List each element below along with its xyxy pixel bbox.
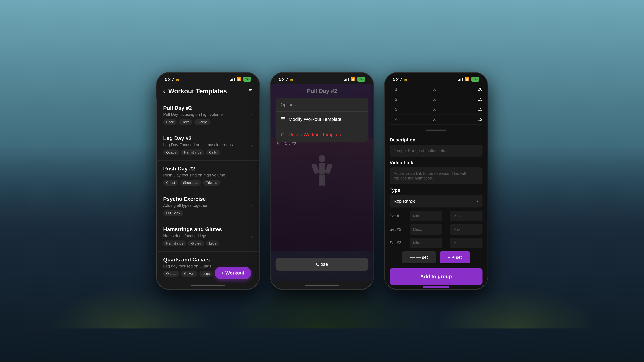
workout-item-push-day-2[interactable]: Push Day #2 Push Day focusing on high vo… [156,161,260,191]
svg-rect-9 [325,163,333,174]
description-label: Description [390,137,482,143]
home-indicator-2 [270,281,374,290]
home-bar-2 [305,285,339,286]
set-number-1: 1 [390,87,403,92]
signal-bars-3 [458,77,463,81]
set-3-min-input[interactable]: Min... [410,238,442,248]
remove-set-label: — set [416,255,428,260]
options-sheet: Options × Modify Workout Template [276,98,368,142]
svg-rect-11 [322,174,325,186]
workout-tags-1: Quads Hamstrings Calfs [163,149,248,155]
chevron-right-icon-3: › [251,203,253,209]
workout-item-leg-day-2[interactable]: Leg Day #2 Leg Day Focused on all muscle… [156,130,260,161]
svg-rect-10 [319,174,322,186]
scroll-indicator [390,128,482,134]
set-value-3: 15 [466,107,482,112]
set-1-min-input[interactable]: Min... [410,211,442,221]
workout-item-hamstrings-glutes[interactable]: Hamstrings and Glutes Hamstrings focused… [156,221,260,252]
status-time-1: 9:47 🔒 [165,77,179,82]
set-controls: — — set + + set [390,251,482,263]
tag: Hamstrings [181,149,204,155]
phone-exercise-detail: 9:47 🔒 📶 55+ 1 X 20 2 [384,72,488,290]
signal-bars-2 [344,77,349,81]
set-3-max-input[interactable]: Max... [450,238,482,248]
workout-item-pull-day-2[interactable]: Pull Day #2 Pull Day focusing on high vo… [156,100,260,130]
set-1-max-input[interactable]: Max... [450,211,482,221]
status-time-2: 9:47 🔒 [279,77,293,82]
type-select[interactable]: Rep Range ▾ [390,195,482,207]
modify-icon [280,116,285,122]
set-1-colon: : [446,214,447,218]
set-2-max-input[interactable]: Max... [450,224,482,235]
workout-subtitle-2: Push Day focusing on high volume [163,173,248,177]
svg-rect-8 [311,163,320,174]
remove-set-button[interactable]: — — set [402,251,436,263]
phone-options-modal: 9:47 🔒 📶 55+ Pull Day #2 Options [270,72,374,290]
add-set-label: + set [452,255,462,260]
exercise-detail-panel: 1 X 20 2 X 15 3 X 15 4 X 12 [384,84,488,285]
workout-title-0: Pull Day #2 [163,105,248,111]
workout-title-4: Hamstrings and Glutes [163,226,248,232]
set-2-colon: : [446,227,447,232]
close-sheet: Close [276,258,368,271]
tag: Quads [163,149,179,155]
workout-subtitle-1: Leg Day Focused on all muscle groups [163,142,248,147]
modal-overlay: Pull Day #2 Options × Modify [270,84,374,281]
video-link-input[interactable]: Add a video link to the exercise. This w… [390,167,482,184]
tag: Delts [178,119,192,125]
filter-icon-1[interactable] [248,88,253,94]
modify-template-option[interactable]: Modify Workout Template [276,112,368,127]
delete-template-option[interactable]: 🗑 Delete Workout Template [276,127,368,142]
tag: Back [163,119,176,125]
status-icons-3: 📶 55+ [458,77,479,82]
status-icons-2: 📶 55+ [344,77,365,82]
workout-subtitle-0: Pull Day focusing on high volume [163,112,248,117]
phone-workout-list: 9:47 🔒 📶 55+ ‹ Workout Templates [156,72,260,290]
workout-title-3: Psycho Exercise [163,196,248,202]
workout-preview-area: Pull Day #2 [270,138,374,251]
background-workout-title: Pull Day #2 [276,88,368,94]
workout-tags-4: Hamstrings Glutes Legs [163,241,248,246]
set-2-inputs: Set #2 Min... : Max... [390,224,482,235]
status-time-3: 9:47 🔒 [393,77,407,82]
status-icons-1: 📶 55+ [230,77,251,82]
tag: Full Body [163,210,183,216]
video-link-label: Video Link [390,160,482,165]
set-value-4: 12 [466,117,482,122]
status-bar-1: 9:47 🔒 📶 55+ [156,72,260,84]
close-sheet-inner: Close [276,258,368,271]
plus-icon: + [448,255,450,260]
set-x-2: X [403,97,466,102]
workout-title-2: Push Day #2 [163,166,248,172]
chevron-right-icon-0: › [251,112,253,118]
delete-icon: 🗑 [280,132,285,137]
workout-title-1: Leg Day #2 [163,135,248,141]
nav-header-1: ‹ Workout Templates [156,84,260,98]
sets-table: 1 X 20 2 X 15 3 X 15 4 X 12 [390,84,482,124]
set-x-4: X [403,117,466,122]
set-2-min-input[interactable]: Min... [410,224,442,235]
add-to-group-button[interactable]: Add to group [390,268,482,285]
set-number-4: 4 [390,117,403,122]
options-close-button[interactable]: × [360,102,364,107]
options-header: Options × [276,98,368,112]
set-x-1: X [403,87,466,92]
add-set-button[interactable]: + + set [440,251,470,263]
workout-subtitle-4: Hamstrings focused legs [163,233,248,238]
type-label: Type [390,188,482,193]
set-number-2: 2 [390,97,403,102]
set-3-inputs: Set #3 Min... : Max... [390,238,482,248]
type-value: Rep Range [394,199,416,204]
set-row-3: 3 X 15 [390,104,482,114]
set-row-2: 2 X 15 [390,94,482,104]
set-x-3: X [403,107,466,112]
tag: Shoulders [180,180,201,186]
close-button[interactable]: Close [276,258,368,271]
workout-item-psycho[interactable]: Psycho Exercise Adding all types togethe… [156,191,260,221]
add-workout-fab[interactable]: + Workout [215,267,251,279]
description-input[interactable]: Tempo, Range of motion, etc... [390,145,482,157]
tag: Hamstrings [163,241,186,246]
tag: Calfs [206,149,220,155]
back-button-1[interactable]: ‹ [163,88,165,94]
workout-tags-2: Chest Shoulders Triceps [163,180,248,186]
